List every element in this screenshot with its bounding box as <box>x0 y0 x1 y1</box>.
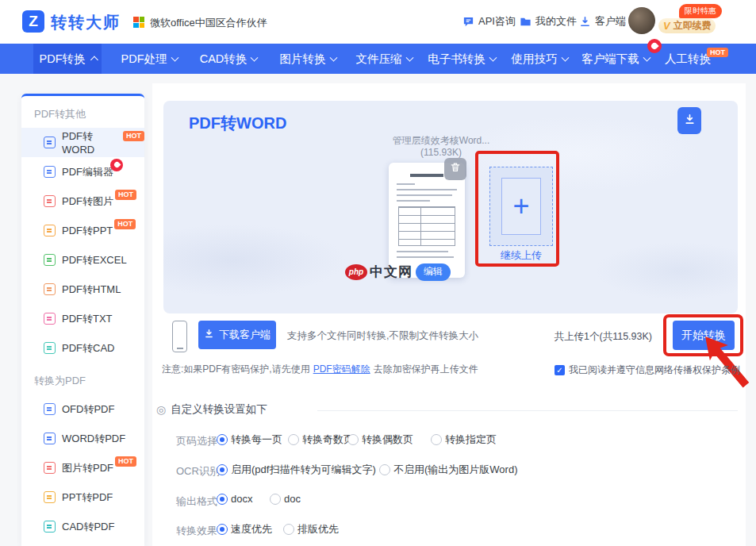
radio-icon[interactable] <box>288 434 299 445</box>
main-nav: PDF转换 PDF处理 CAD转换 图片转换 文件压缩 电子书转换 使用技巧 客… <box>0 44 756 74</box>
sidebar-item-pdf-to-word[interactable]: PDF转WORD HOT <box>21 128 144 157</box>
hot-badge: HOT <box>707 48 728 57</box>
radio-icon[interactable] <box>431 434 442 445</box>
radio-convert-even-pages[interactable]: 转换偶数页 <box>347 433 413 447</box>
sidebar-item-pdf-to-ppt[interactable]: PDF转PPT HOT <box>21 216 144 245</box>
radio-checked-icon[interactable] <box>217 464 228 475</box>
chevron-down-icon <box>405 54 413 62</box>
nav-pdf-process[interactable]: PDF处理 <box>116 44 182 74</box>
hot-badge: HOT <box>114 219 136 229</box>
sidebar-item-ofd-to-pdf[interactable]: OFD转PDF <box>21 394 144 424</box>
folder-icon <box>520 16 532 28</box>
agreement-checkbox[interactable]: ✓ <box>555 365 565 375</box>
word-file-icon <box>44 433 56 444</box>
ppt-file-icon <box>44 491 56 503</box>
uploaded-file-size: (115.93K) <box>362 147 520 158</box>
php-logo-icon: php <box>345 264 367 280</box>
radio-convert-every-page[interactable]: 转换每一页 <box>217 433 282 447</box>
edit-button[interactable]: 编辑 <box>416 263 451 281</box>
plus-icon: + <box>512 192 529 221</box>
radio-checked-icon[interactable] <box>217 494 228 505</box>
setting-row-pages: 页码选择 转换每一页 转换奇数页 转换偶数页 转换指定页 <box>152 433 746 448</box>
nav-file-compress[interactable]: 文件压缩 <box>349 44 419 74</box>
radio-convert-odd-pages[interactable]: 转换奇数页 <box>288 433 354 447</box>
radio-checked-icon[interactable] <box>217 524 228 535</box>
password-notice: 注意:如果PDF有密码保护,请先使用PDF密码解除去除加密保护再上传文件 <box>162 363 478 376</box>
gear-icon: ◎ <box>156 403 166 416</box>
radio-icon[interactable] <box>347 434 359 445</box>
word-file-icon <box>44 136 56 148</box>
setting-row-format: 输出格式 docx doc <box>152 493 746 509</box>
nav-cad-convert[interactable]: CAD转换 <box>195 44 262 74</box>
upload-inner-frame: + <box>501 178 541 235</box>
radio-icon[interactable] <box>283 524 294 535</box>
radio-format-doc[interactable]: doc <box>270 493 301 505</box>
image-file-icon <box>44 195 56 207</box>
radio-checked-icon[interactable] <box>217 434 228 445</box>
continue-upload-label[interactable]: 继续上传 <box>482 248 561 263</box>
brand-logo-icon[interactable]: Z <box>22 10 44 33</box>
nav-tips[interactable]: 使用技巧 <box>506 44 573 74</box>
ppt-file-icon <box>44 225 56 236</box>
download-square-button[interactable] <box>677 107 701 134</box>
chevron-down-icon <box>171 54 178 62</box>
pdf-password-remove-link[interactable]: PDF密码解除 <box>313 363 370 375</box>
sidebar-item-pdf-to-image[interactable]: PDF转图片 HOT <box>21 186 144 216</box>
chevron-down-icon <box>251 54 259 62</box>
agreement-row: ✓ 我已阅读并遵守信息网络传播权保护条例 <box>555 363 740 377</box>
user-avatar[interactable] <box>628 7 655 34</box>
nav-pdf-convert[interactable]: PDF转换 <box>33 44 102 74</box>
nav-client-download[interactable]: 客户端下载 <box>578 44 654 74</box>
top-header: Z 转转大师 微软office中国区合作伙伴 API咨询 我的文件 客户端 V … <box>0 0 756 44</box>
sidebar-item-pdf-to-excel[interactable]: PDF转EXCEL <box>21 245 144 275</box>
radio-ocr-enable[interactable]: 启用(pdf扫描件转为可编辑文字) <box>217 463 376 477</box>
sidebar-item-pdf-editor[interactable]: PDF编辑器 <box>21 157 144 186</box>
fire-icon <box>110 159 123 171</box>
renew-button[interactable]: V 立即续费 <box>658 18 716 33</box>
nav-ebook-convert[interactable]: 电子书转换 <box>422 44 501 74</box>
api-consult-link[interactable]: API咨询 <box>462 14 516 29</box>
sidebar-item-word-to-pdf[interactable]: WORD转PDF <box>21 424 144 453</box>
editor-icon <box>44 166 56 178</box>
sidebar-section-pdf-to-other: PDF转其他 <box>21 96 144 128</box>
main-content: PDF转WORD 管理层绩效考核Word... (115.93K) <box>152 83 746 546</box>
partner-text: 微软office中国区合作伙伴 <box>150 16 267 30</box>
support-note: 支持多个文件同时转换,不限制文件转换大小 <box>287 329 478 343</box>
hot-badge: HOT <box>123 131 144 141</box>
html-file-icon <box>44 283 56 295</box>
delete-file-button[interactable] <box>444 158 466 180</box>
nav-image-convert[interactable]: 图片转换 <box>273 44 343 74</box>
divider <box>317 410 738 411</box>
txt-file-icon <box>44 313 56 325</box>
hot-badge: HOT <box>115 456 136 467</box>
nav-manual-convert[interactable]: 人工转换 HOT <box>660 44 716 74</box>
continue-upload-dropzone[interactable]: + <box>489 167 553 246</box>
sidebar-item-pdf-to-txt[interactable]: PDF转TXT <box>21 304 144 333</box>
my-files-link[interactable]: 我的文件 <box>520 14 577 29</box>
cad-file-icon <box>44 521 56 533</box>
chevron-down-icon <box>643 54 650 62</box>
sidebar-item-pdf-to-html[interactable]: PDF转HTML <box>21 275 144 304</box>
client-download-link[interactable]: 客户端 <box>579 14 626 29</box>
radio-icon[interactable] <box>270 494 281 505</box>
download-client-button[interactable]: 下载客户端 <box>198 321 276 349</box>
ofd-file-icon <box>44 403 56 415</box>
sidebar-item-pdf-to-cad[interactable]: PDF转CAD <box>21 333 144 363</box>
radio-speed-first[interactable]: 速度优先 <box>217 522 272 536</box>
vip-icon: V <box>663 20 670 32</box>
download-icon <box>204 329 214 341</box>
microsoft-logo-icon <box>133 17 144 28</box>
brand-name[interactable]: 转转大师 <box>51 12 121 33</box>
sidebar-item-ppt-to-pdf[interactable]: PPT转PDF <box>21 483 144 512</box>
radio-layout-first[interactable]: 排版优先 <box>283 522 339 536</box>
radio-convert-custom-pages[interactable]: 转换指定页 <box>431 433 497 447</box>
start-convert-button[interactable]: 开始转换 <box>673 321 735 350</box>
sidebar-item-image-to-pdf[interactable]: 图片转PDF HOT <box>21 453 144 483</box>
trash-icon <box>449 161 462 177</box>
radio-format-docx[interactable]: docx <box>217 493 252 505</box>
chevron-down-icon <box>561 54 569 62</box>
sidebar-item-cad-to-pdf[interactable]: CAD转PDF <box>21 512 144 541</box>
radio-icon[interactable] <box>379 464 390 475</box>
radio-ocr-disable[interactable]: 不启用(输出为图片版Word) <box>379 463 517 477</box>
uploaded-file-name: 管理层绩效考核Word... <box>362 134 520 148</box>
